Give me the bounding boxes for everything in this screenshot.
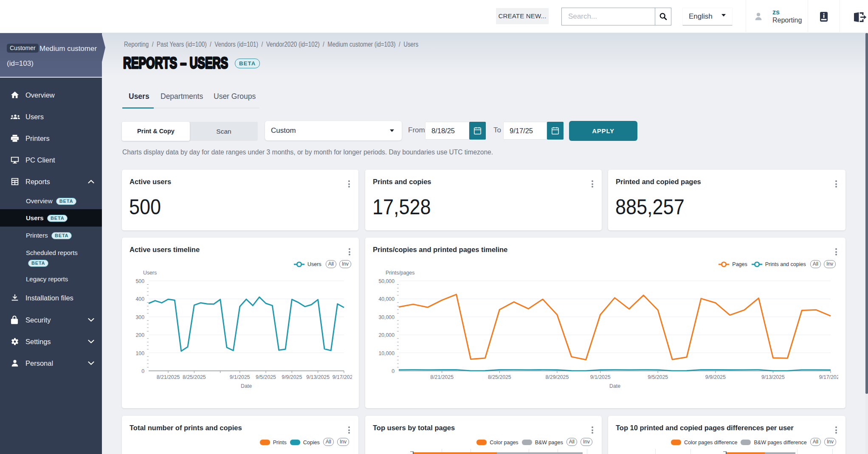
- svg-text:50,000: 50,000: [378, 278, 395, 284]
- svg-text:8/21/2025: 8/21/2025: [430, 374, 454, 380]
- svg-text:Users: Users: [143, 270, 157, 276]
- svg-text:9/9/2025: 9/9/2025: [282, 374, 302, 380]
- svg-text:9/13/2025: 9/13/2025: [761, 374, 785, 380]
- svg-text:9/1/2025: 9/1/2025: [590, 374, 611, 380]
- svg-text:9/5/2025: 9/5/2025: [256, 374, 276, 380]
- svg-text:200: 200: [135, 332, 144, 338]
- svg-text:Date: Date: [609, 383, 620, 389]
- svg-text:Prints/pages: Prints/pages: [386, 270, 414, 276]
- svg-text:0: 0: [392, 368, 395, 374]
- svg-text:20,000: 20,000: [378, 332, 395, 338]
- svg-text:30,000: 30,000: [378, 314, 395, 320]
- svg-text:9/1/2025: 9/1/2025: [230, 374, 250, 380]
- svg-text:REPORTS – USERS: REPORTS – USERS: [123, 54, 228, 72]
- svg-text:40,000: 40,000: [378, 296, 395, 302]
- svg-text:400: 400: [135, 296, 144, 302]
- svg-text:8/29/2025: 8/29/2025: [546, 374, 569, 380]
- svg-text:9/17/2025: 9/17/2025: [819, 374, 838, 380]
- svg-text:9/17/2025: 9/17/2025: [333, 374, 352, 380]
- svg-text:300: 300: [135, 314, 144, 320]
- svg-text:8/25/2025: 8/25/2025: [183, 374, 206, 380]
- svg-text:0: 0: [141, 368, 144, 374]
- svg-text:100: 100: [135, 350, 144, 356]
- svg-text:500: 500: [135, 278, 144, 284]
- svg-text:Date: Date: [241, 383, 252, 389]
- svg-text:9/9/2025: 9/9/2025: [705, 374, 726, 380]
- svg-text:8/21/2025: 8/21/2025: [157, 374, 180, 380]
- svg-text:9/5/2025: 9/5/2025: [648, 374, 668, 380]
- svg-text:9/13/2025: 9/13/2025: [306, 374, 330, 380]
- svg-text:10,000: 10,000: [378, 350, 395, 356]
- svg-text:8/25/2025: 8/25/2025: [488, 374, 511, 380]
